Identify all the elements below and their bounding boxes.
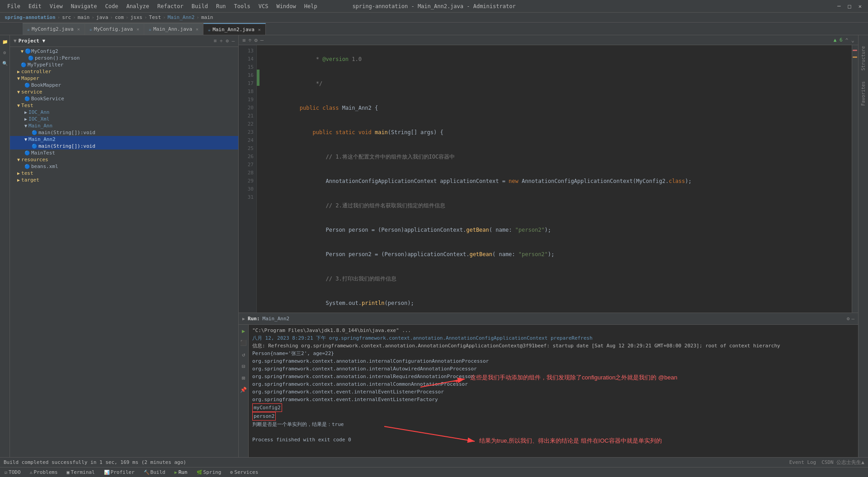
terminal-button[interactable]: ▣ Terminal: [64, 468, 98, 476]
menu-bar: File Edit View Navigate Code Analyze Ref…: [4, 2, 321, 10]
folder-icon: ▶: [24, 117, 27, 122]
tab-close-button[interactable]: ✕: [196, 27, 198, 32]
tab-main-ann[interactable]: ☕ Main_Ann.java ✕: [144, 23, 203, 35]
todo-button[interactable]: ☑ TODO: [2, 468, 24, 476]
event-log-button[interactable]: Event Log: [789, 459, 816, 465]
scroll-button[interactable]: ⊠: [239, 374, 248, 383]
spring-button[interactable]: 🌿 Spring: [194, 468, 224, 476]
problems-button[interactable]: ⚠ Problems: [27, 468, 61, 476]
tree-item-test-folder[interactable]: ▶ test: [10, 170, 238, 177]
output-line-result: 判断是否是一个单实列的，结果是：true: [252, 421, 854, 428]
tree-item-test[interactable]: ▼ Test: [10, 102, 238, 109]
tree-item-mytypefilter[interactable]: 🔵 MyTypeFilter: [10, 61, 238, 68]
menu-run[interactable]: Run: [212, 2, 230, 10]
folder-icon: ▶: [17, 178, 20, 182]
minimize-button[interactable]: ─: [835, 3, 843, 9]
breadcrumb-item[interactable]: src: [62, 14, 71, 20]
maximize-button[interactable]: □: [845, 3, 854, 9]
tab-myconfig[interactable]: ☕ MyConfig.java ✕: [85, 23, 144, 35]
tree-item-bookmapper[interactable]: 🔵 BookMapper: [10, 82, 238, 89]
tab-close-button[interactable]: ✕: [258, 27, 261, 32]
settings-button[interactable]: ⚙: [847, 316, 850, 322]
stop-button[interactable]: ⬛: [239, 338, 248, 347]
class-icon: 🔵: [24, 150, 30, 155]
chevron-down-icon[interactable]: ⌄: [851, 37, 854, 43]
run-button[interactable]: ▶ Run: [172, 468, 190, 476]
tab-label: Main_Ann.java: [153, 26, 192, 32]
favorites-tab[interactable]: Favorites: [861, 81, 866, 106]
tree-item-controller[interactable]: ▶ controller: [10, 68, 238, 75]
tree-item-mapper[interactable]: ▼ Mapper: [10, 75, 238, 82]
run-output[interactable]: "C:\Program Files\Java\jdk1.8.0_144\bin\…: [249, 325, 858, 457]
java-file-icon: ☕: [208, 27, 211, 32]
run-again-button[interactable]: ▶: [239, 327, 248, 336]
breadcrumb-item[interactable]: main: [78, 14, 90, 20]
sidebar-icon-2[interactable]: ⚙: [0, 48, 9, 57]
breadcrumb-item[interactable]: main: [201, 14, 213, 20]
breadcrumb-item[interactable]: java: [96, 14, 108, 20]
menu-code[interactable]: Code: [102, 2, 122, 10]
run-content: ▶ ⬛ ↺ ⊟ ⊠ 📌 "C:\Program Files\Java\jdk1.…: [239, 325, 858, 457]
method-icon: 🔵: [28, 56, 33, 61]
rerun-button[interactable]: ↺: [239, 350, 248, 359]
breadcrumb-item[interactable]: com: [115, 14, 124, 20]
sidebar-icon-3[interactable]: 🔍: [0, 59, 9, 68]
menu-edit[interactable]: Edit: [25, 2, 45, 10]
close-panel-button[interactable]: —: [260, 37, 264, 43]
structure-tab[interactable]: Structure: [861, 46, 866, 70]
tree-item-bookservice[interactable]: 🔵 BookService: [10, 95, 238, 102]
expand-all-button[interactable]: ≡: [242, 37, 245, 43]
tree-item-main-ann[interactable]: ▼ Main_Ann: [10, 122, 238, 129]
pin-button[interactable]: 📌: [239, 385, 248, 394]
project-icon[interactable]: 📁: [0, 37, 9, 46]
breadcrumb-item[interactable]: spring-annotation: [5, 14, 56, 20]
menu-analyze[interactable]: Analyze: [123, 2, 153, 10]
tree-item-beans-xml[interactable]: 🔵 beans.xml: [10, 163, 238, 170]
collapse-all-button[interactable]: ÷: [248, 37, 251, 43]
terminal-label: Terminal: [71, 469, 95, 475]
services-button[interactable]: ⚙ Services: [227, 468, 261, 476]
tree-item-maintest[interactable]: 🔵 MainTest: [10, 150, 238, 156]
menu-window[interactable]: Window: [273, 2, 299, 10]
tree-item-target[interactable]: ▶ target: [10, 177, 238, 183]
breadcrumb-item[interactable]: Main_Ann2: [168, 14, 195, 20]
breadcrumb-item[interactable]: jsxs: [130, 14, 142, 20]
chevron-up-icon[interactable]: ⌃: [845, 37, 849, 43]
profiler-button[interactable]: 📊 Profiler: [101, 468, 137, 476]
close-button[interactable]: ✕: [856, 3, 864, 9]
tree-item-myconfig2[interactable]: ▼ 🔵 MyConfig2: [10, 48, 238, 55]
right-sidebar: Structure Favorites: [858, 35, 868, 457]
tree-item-main-ann2-method[interactable]: 🔵 main(String[]):void: [10, 143, 238, 150]
tree-item-person[interactable]: 🔵 person():Person: [10, 55, 238, 61]
tree-item-service[interactable]: ▼ service: [10, 89, 238, 95]
tree-item-resources[interactable]: ▼ resources: [10, 156, 238, 163]
tab-close-button[interactable]: ✕: [77, 27, 80, 32]
tree-label: main(String[]):void: [38, 130, 95, 136]
menu-view[interactable]: View: [46, 2, 66, 10]
tab-close-button[interactable]: ✕: [137, 27, 139, 32]
tree-item-main-ann2[interactable]: ▼ Main_Ann2: [10, 136, 238, 143]
tab-myconfig2[interactable]: ☕ MyConfig2.java ✕: [23, 23, 85, 35]
build-icon: 🔨: [144, 470, 149, 475]
menu-build[interactable]: Build: [188, 2, 212, 10]
tree-item-ioc-ann[interactable]: ▶ IOC_Ann: [10, 109, 238, 116]
build-button[interactable]: 🔨 Build: [141, 468, 168, 476]
class-icon: 🔵: [24, 96, 30, 101]
menu-file[interactable]: File: [4, 2, 24, 10]
menu-refactor[interactable]: Refactor: [154, 2, 187, 10]
filter-button[interactable]: ⊟: [239, 362, 248, 371]
breadcrumb-item[interactable]: Test: [149, 14, 161, 20]
tree-item-ioc-xml[interactable]: ▶ IOC_Xml: [10, 116, 238, 122]
editor-toolbar: ≡ ÷ ⚙ — ▲ 6 ⌃ ⌄: [239, 35, 858, 45]
menu-vcs[interactable]: VCS: [255, 2, 272, 10]
code-line-18: AnnotationConfigApplicationContext appli…: [260, 169, 848, 193]
menu-help[interactable]: Help: [301, 2, 321, 10]
settings-button[interactable]: ⚙: [254, 37, 257, 43]
menu-navigate[interactable]: Navigate: [67, 2, 101, 10]
close-button[interactable]: —: [851, 316, 854, 322]
java-file-icon: ☕: [149, 27, 151, 32]
menu-tools[interactable]: Tools: [231, 2, 254, 10]
tab-main-ann2[interactable]: ☕ Main_Ann2.java ✕: [203, 23, 266, 35]
code-content[interactable]: * @version 1.0 */ public class Main_Ann2…: [257, 45, 852, 313]
tree-item-main-ann-method[interactable]: 🔵 main(String[]):void: [10, 129, 238, 136]
